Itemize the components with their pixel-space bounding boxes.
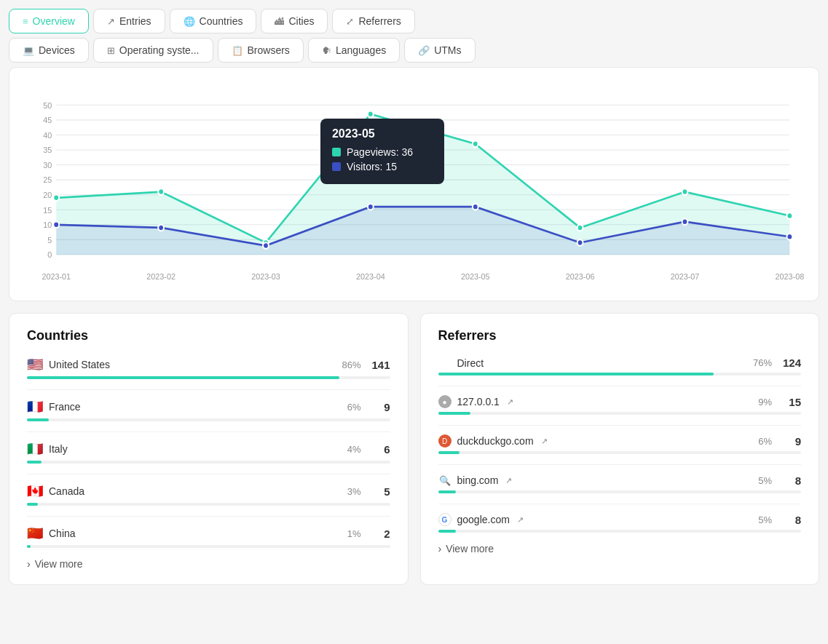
svg-text:2023-06: 2023-06 [566, 272, 595, 282]
country-name: United States [49, 359, 110, 370]
nav-tab-os[interactable]: ⊞Operating syste... [93, 38, 213, 63]
referrer-name: Direct [457, 357, 484, 369]
referrer-bar-bg [438, 373, 802, 375]
country-bar-bg [27, 418, 390, 421]
referrer-stats: 76% 124 [753, 357, 801, 369]
languages-label: Languages [336, 44, 386, 56]
browsers-label: Browsers [248, 44, 290, 56]
country-name: Canada [49, 485, 84, 497]
nav-tab-devices[interactable]: 💻Devices [9, 38, 89, 63]
utms-label: UTMs [434, 44, 461, 56]
countries-view-more[interactable]: › View more [27, 558, 390, 570]
country-name: China [49, 528, 76, 539]
country-row-header: 🇨🇦 Canada 3% 5 [27, 483, 390, 499]
nav-tab-utms[interactable]: 🔗UTMs [404, 38, 475, 63]
nav-tab-countries[interactable]: 🌐Countries [170, 9, 257, 33]
nav-tab-overview[interactable]: ≡Overview [9, 9, 89, 33]
overview-label: Overview [33, 15, 75, 27]
country-bar-fill [27, 418, 49, 421]
referrer-pct: 6% [758, 436, 772, 447]
referrers-list: Direct 76% 124 ● 127.0.0.1↗ 9% 15 [438, 357, 802, 533]
referrer-stats: 5% 8 [758, 514, 801, 526]
nav-tab-entries[interactable]: ↗Entries [93, 9, 165, 33]
os-label: Operating syste... [119, 44, 200, 56]
country-stats: 86% 141 [342, 359, 390, 371]
nav-tab-browsers[interactable]: 📋Browsers [218, 38, 304, 63]
view-more-chevron: › [27, 558, 31, 570]
country-stats: 3% 5 [347, 485, 390, 498]
os-icon: ⊞ [107, 45, 115, 56]
chart-container: 051015202530354045502023-012023-022023-0… [9, 67, 819, 301]
referrer-count: 8 [779, 514, 801, 526]
referrer-label: Direct [438, 357, 484, 369]
cities-icon: 🏙 [275, 16, 284, 27]
entries-label: Entries [119, 15, 151, 27]
referrer-count: 8 [779, 474, 801, 487]
duckduckgo-icon: D [438, 434, 452, 448]
country-count: 9 [368, 401, 390, 413]
country-flag: 🇮🇹 [27, 441, 43, 457]
referrer-name: google.com [457, 514, 510, 525]
country-label: 🇨🇦 Canada [27, 483, 84, 499]
panels: Countries 🇺🇸 United States 86% 141 🇫🇷 [9, 313, 819, 585]
external-link-icon: ↗ [517, 515, 524, 525]
referrer-count: 9 [779, 435, 801, 448]
referrer-row: G google.com↗ 5% 8 [438, 513, 802, 533]
referrer-pct: 9% [758, 397, 772, 408]
nav-tab-referrers[interactable]: ⤢Referrers [332, 9, 414, 33]
country-pct: 4% [347, 444, 361, 455]
referrer-bar-fill [438, 490, 457, 493]
country-row: 🇺🇸 United States 86% 141 [27, 357, 390, 379]
country-bar-bg [27, 461, 390, 464]
referrer-label: ● 127.0.0.1↗ [438, 395, 513, 408]
svg-text:40: 40 [43, 130, 52, 140]
nav-row-1: ≡Overview↗Entries🌐Countries🏙Cities⤢Refer… [9, 9, 819, 33]
country-label: 🇺🇸 United States [27, 357, 110, 373]
referrers-view-more[interactable]: › View more [438, 543, 802, 554]
country-row-header: 🇫🇷 France 6% 9 [27, 399, 390, 415]
referrer-row-header: G google.com↗ 5% 8 [438, 513, 802, 526]
svg-point-40 [53, 221, 59, 228]
referrer-pct: 5% [758, 475, 772, 486]
referrer-bar-bg [438, 412, 802, 415]
nav-tab-languages[interactable]: 🗣Languages [308, 38, 400, 63]
countries-icon: 🌐 [184, 16, 195, 27]
countries-view-more-label: View more [35, 558, 83, 570]
ip-icon: ● [438, 395, 452, 408]
country-bar-fill [27, 376, 339, 379]
country-row: 🇮🇹 Italy 4% 6 [27, 441, 390, 464]
svg-text:2023-04: 2023-04 [356, 272, 385, 282]
country-pct: 86% [342, 359, 360, 370]
country-row: 🇫🇷 France 6% 9 [27, 399, 390, 421]
country-count: 2 [368, 528, 390, 540]
utms-icon: 🔗 [418, 45, 430, 56]
svg-text:45: 45 [43, 116, 52, 125]
referrer-pct: 76% [753, 357, 772, 368]
svg-point-38 [682, 188, 688, 195]
bing-icon: 🔍 [438, 474, 452, 487]
country-bar-fill [27, 461, 42, 464]
google-icon: G [438, 513, 452, 526]
nav-tab-cities[interactable]: 🏙Cities [261, 9, 328, 33]
svg-point-35 [368, 111, 374, 117]
svg-text:15: 15 [43, 205, 52, 215]
referrer-name: 127.0.0.1 [457, 396, 500, 408]
external-link-icon: ↗ [507, 397, 513, 407]
nav-row-2: 💻Devices⊞Operating syste...📋Browsers🗣Lan… [9, 38, 819, 63]
devices-icon: 💻 [23, 45, 34, 56]
svg-text:50: 50 [43, 100, 52, 110]
svg-text:5: 5 [47, 235, 52, 245]
country-bar-bg [27, 503, 390, 506]
svg-text:25: 25 [43, 175, 52, 185]
cities-label: Cities [288, 15, 314, 27]
referrer-row: 🔍 bing.com↗ 5% 8 [438, 474, 802, 493]
referrer-stats: 6% 9 [758, 435, 801, 448]
referrer-row: ● 127.0.0.1↗ 9% 15 [438, 395, 802, 415]
referrer-bar-bg [438, 451, 802, 454]
referrer-bar-fill [438, 530, 457, 533]
svg-point-36 [473, 140, 478, 147]
referrer-row: Direct 76% 124 [438, 357, 802, 375]
svg-text:2023-02: 2023-02 [146, 272, 176, 282]
svg-text:2023-01: 2023-01 [42, 272, 71, 282]
referrer-name: bing.com [457, 474, 499, 486]
